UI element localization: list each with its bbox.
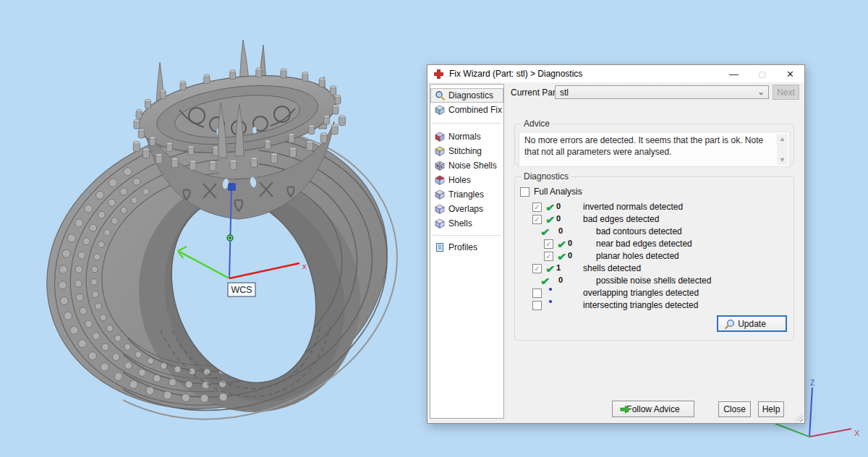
- full-analysis-option: Full Analysis: [520, 187, 582, 197]
- cube-shells-icon: [435, 218, 445, 228]
- diagnostic-row: ✓✔1shells detected: [515, 263, 793, 276]
- diagnostic-label: intersecting triangles detected: [583, 300, 698, 310]
- green-arrow-icon: [619, 404, 631, 415]
- cube-normals-icon: [435, 132, 445, 142]
- close-button[interactable]: Close: [718, 401, 751, 417]
- wcs-label: WCS: [231, 285, 252, 295]
- diagnostic-label: shells detected: [583, 263, 641, 273]
- cube-holes-icon: [435, 175, 445, 185]
- follow-advice-button[interactable]: Follow Advice: [612, 401, 694, 417]
- row-checkbox[interactable]: ✓: [532, 264, 542, 273]
- advice-text: No more errors are detected. It seems th…: [524, 135, 772, 158]
- diagnostic-row: ✔0bad contours detected: [515, 226, 793, 239]
- diagnostic-label: planar holes detected: [596, 251, 679, 261]
- close-window-button[interactable]: ✕: [776, 65, 804, 82]
- orientation-z-label: Z: [810, 379, 814, 387]
- sidebar-item-label: Triangles: [448, 189, 484, 200]
- sidebar-item-shells[interactable]: Shells: [430, 216, 503, 231]
- magnifier-icon: [724, 319, 735, 330]
- cube-noise-icon: [435, 161, 445, 171]
- sidebar-item-label: Normals: [448, 132, 481, 142]
- green-check-icon: ✔: [545, 263, 555, 275]
- orientation-x-label: X: [854, 429, 860, 437]
- green-check-icon: ✔: [545, 202, 555, 213]
- maximize-button[interactable]: ▢: [748, 65, 776, 82]
- diagnostic-row: overlapping triangles detected: [515, 288, 793, 300]
- sidebar-item-label: Overlaps: [448, 204, 483, 214]
- diagnostic-count: 0: [568, 239, 572, 247]
- diagnostics-group-title: Diagnostics: [521, 171, 571, 181]
- green-check-icon: ✔: [540, 226, 550, 238]
- sidebar-separator: [433, 235, 501, 236]
- row-checkbox[interactable]: [532, 301, 542, 310]
- full-analysis-checkbox[interactable]: [520, 187, 529, 197]
- advice-textbox: No more errors are detected. It seems th…: [519, 132, 790, 167]
- diagnostic-row: intersecting triangles detected: [515, 300, 793, 312]
- current-part-label: Current Part:: [511, 87, 561, 98]
- diagnostic-row: ✓✔0bad edges detected: [515, 214, 793, 226]
- sidebar-item-holes[interactable]: Holes: [430, 173, 503, 187]
- chevron-down-icon: ⌄: [757, 87, 765, 97]
- advice-groupbox: Advice No more errors are detected. It s…: [514, 119, 794, 165]
- diagnostic-row: ✔0possible noise shells detected: [515, 276, 793, 288]
- sidebar-item-label: Stitching: [448, 146, 482, 156]
- blue-dot-icon: [549, 300, 552, 303]
- diagnostic-label: possible noise shells detected: [596, 276, 711, 286]
- sidebar-item-diagnostics[interactable]: Diagnostics: [430, 88, 503, 103]
- row-checkbox[interactable]: ✓: [532, 215, 542, 224]
- advice-scrollbar[interactable]: ▲ ▼: [777, 134, 788, 165]
- magnifier-icon: [435, 90, 445, 101]
- ring-model[interactable]: [14, 40, 432, 457]
- diagnostic-label: bad contours detected: [596, 226, 682, 236]
- sidebar-item-stitching[interactable]: Stitching: [430, 144, 503, 158]
- minimize-button[interactable]: —: [720, 65, 748, 82]
- diagnostic-label: overlapping triangles detected: [583, 288, 699, 298]
- update-button[interactable]: Update: [717, 315, 787, 332]
- dialog-title: Fix Wizard (Part: stl) > Diagnostics: [449, 69, 582, 79]
- row-checkbox[interactable]: ✓: [544, 252, 553, 261]
- dialog-titlebar[interactable]: Fix Wizard (Part: stl) > Diagnostics — ▢…: [427, 65, 804, 82]
- profiles-doc-icon: [435, 242, 445, 252]
- green-check-icon: ✔: [540, 276, 550, 287]
- row-checkbox[interactable]: ✓: [544, 239, 553, 249]
- sidebar-item-overlaps[interactable]: Overlaps: [430, 202, 503, 216]
- full-analysis-label: Full Analysis: [534, 187, 582, 197]
- sidebar-item-combined-fix[interactable]: Combined Fix: [430, 103, 503, 117]
- sidebar-item-triangles[interactable]: Triangles: [430, 187, 503, 202]
- sidebar-item-label: Combined Fix: [448, 105, 502, 115]
- z-axis-handle[interactable]: [229, 184, 235, 190]
- cube-overlaps-icon: [435, 204, 445, 214]
- cube-triangles-icon: [435, 189, 445, 200]
- sidebar-item-label: Shells: [448, 218, 472, 228]
- row-checkbox[interactable]: [532, 289, 542, 298]
- current-part-dropdown[interactable]: stl ⌄: [555, 85, 769, 99]
- sidebar-separator: [433, 123, 501, 124]
- fix-wizard-dialog: Fix Wizard (Part: stl) > Diagnostics — ▢…: [427, 64, 805, 424]
- scroll-up-icon[interactable]: ▲: [777, 134, 788, 144]
- red-cross-app-icon: [434, 69, 443, 79]
- sidebar-item-label: Diagnostics: [448, 90, 493, 101]
- sidebar-item-normals[interactable]: Normals: [430, 129, 503, 144]
- diagnostic-label: inverted normals detected: [583, 202, 683, 212]
- diagnostic-label: bad edges detected: [583, 214, 659, 224]
- help-button[interactable]: Help: [758, 401, 784, 417]
- diagnostic-row: ✓✔0planar holes detected: [515, 251, 793, 263]
- scroll-down-icon[interactable]: ▼: [777, 155, 788, 165]
- diagnostic-label: near bad edges detected: [596, 239, 692, 249]
- diagnostic-row: ✓✔0inverted normals detected: [515, 202, 793, 214]
- sidebar-item-noise-shells[interactable]: Noise Shells: [430, 158, 503, 173]
- row-checkbox[interactable]: ✓: [532, 202, 542, 212]
- sidebar-item-profiles[interactable]: Profiles: [430, 240, 503, 255]
- diagnostic-count: 0: [558, 226, 563, 235]
- wizard-sidebar: DiagnosticsCombined FixNormalsStitchingN…: [430, 84, 504, 419]
- next-button[interactable]: Next: [773, 85, 799, 100]
- cube-stitching-icon: [435, 146, 445, 156]
- diagnostic-count: 1: [556, 263, 561, 272]
- current-part-value: stl: [560, 87, 569, 98]
- follow-advice-label: Follow Advice: [626, 404, 679, 414]
- blue-dot-icon: [549, 288, 552, 291]
- advice-group-title: Advice: [521, 119, 553, 129]
- cube-combined-icon: [435, 105, 445, 115]
- diagnostic-count: 0: [568, 251, 572, 260]
- green-check-icon: ✔: [557, 239, 566, 250]
